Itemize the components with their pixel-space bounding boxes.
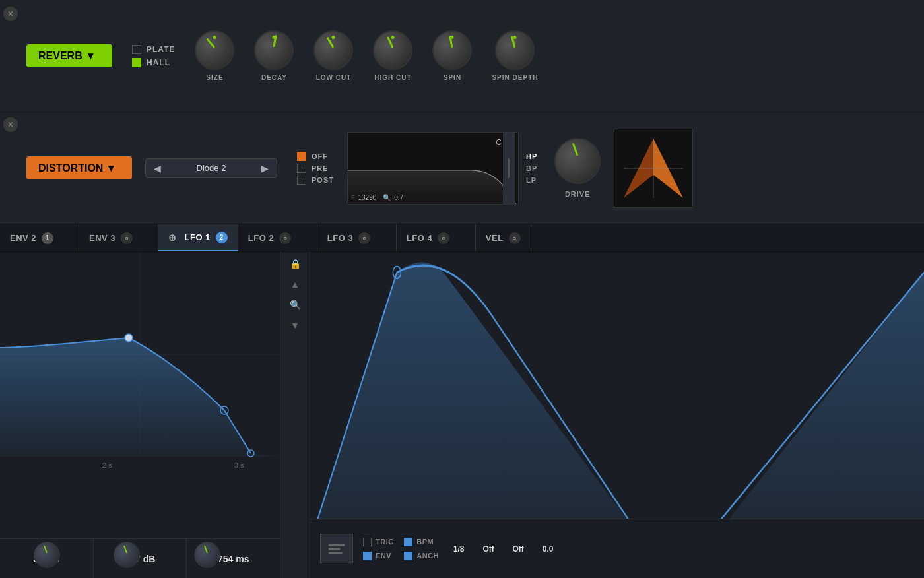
lowcut-knob-dot (332, 36, 335, 39)
svg-point-8 (125, 334, 133, 342)
filter-off-row[interactable]: OFF (297, 152, 334, 161)
reverb-hall-label: HALL (147, 58, 170, 67)
tab-lfo3-number: ○ (358, 232, 370, 244)
tab-env3[interactable]: ENV 3 ○ (79, 224, 158, 251)
spin-knob-group: SPIN (432, 30, 472, 81)
highcut-knob-dot (391, 36, 395, 39)
highcut-knob-group: HIGH CUT (373, 30, 412, 81)
tab-env3-number: ○ (121, 232, 133, 244)
spin-knob[interactable] (432, 30, 472, 70)
lfo-bpm-checkbox[interactable] (404, 538, 412, 546)
lowcut-knob-group: LOW CUT (314, 30, 353, 81)
env-knob-3[interactable] (194, 542, 220, 568)
reverb-plate-label: PLATE (147, 45, 175, 54)
reverb-close-button[interactable]: ✕ (3, 7, 18, 21)
reverb-section: ✕ REVERB ▾ PLATE HALL SIZE DECAY LOW CUT (0, 0, 924, 112)
mod-tabs: ENV 2 1 ENV 3 ○ ⊕ LFO 1 2 LFO 2 ○ LFO 3 … (0, 224, 924, 252)
lfo-trig-label: TRIG (376, 538, 394, 546)
decay-knob[interactable] (254, 30, 294, 70)
lfo-bpm-anch-options: BPM ANCH (404, 538, 439, 560)
drive-knob[interactable] (554, 138, 601, 184)
env-knob-2[interactable] (114, 542, 140, 568)
lfo-trig-option[interactable]: TRIG (363, 538, 394, 546)
filter-freq-value: 13290 (358, 194, 376, 201)
lfo-env-checkbox[interactable] (363, 552, 372, 560)
lfo-env-option[interactable]: ENV (363, 552, 394, 560)
filter-hp-button[interactable]: HP (522, 151, 541, 162)
lfo-preset-button[interactable] (320, 534, 353, 563)
reverb-label-button[interactable]: REVERB ▾ (26, 44, 112, 67)
tab-env2[interactable]: ENV 2 1 (0, 224, 79, 251)
move-icon: ⊕ (168, 232, 177, 243)
drive-knob-label: DRIVE (565, 190, 591, 198)
tab-lfo4[interactable]: LFO 4 ○ (397, 224, 476, 251)
tab-lfo2[interactable]: LFO 2 ○ (238, 224, 317, 251)
filter-post-row[interactable]: POST (297, 176, 334, 185)
filter-type-buttons: HP BP LP (522, 151, 541, 185)
lowcut-knob-label: LOW CUT (316, 74, 352, 81)
highcut-knob[interactable] (373, 30, 412, 70)
tab-lfo4-label: LFO 4 (407, 233, 432, 243)
tab-lfo1[interactable]: ⊕ LFO 1 2 (158, 224, 238, 251)
size-knob-group: SIZE (195, 30, 234, 81)
tab-env2-number: 1 (42, 232, 53, 244)
env-knob-1[interactable] (34, 542, 60, 568)
spindepth-knob[interactable] (495, 30, 535, 70)
lfo-bottom-controls: TRIG ENV BPM ANCH 1/8 Off Off (310, 519, 924, 578)
reverb-hall-radio[interactable] (132, 58, 141, 67)
lfo-anch-checkbox[interactable] (404, 552, 412, 560)
tab-lfo3[interactable]: LFO 3 ○ (317, 224, 397, 251)
spindepth-knob-group: SPIN DEPTH (492, 30, 538, 81)
tab-vel[interactable]: VEL ○ (476, 224, 531, 251)
tab-lfo1-number: 2 (216, 232, 228, 243)
preset-selector[interactable]: ◀ Diode 2 ▶ (145, 158, 277, 178)
lfo-bpm-option[interactable]: BPM (404, 538, 439, 546)
reverb-option-hall[interactable]: HALL (132, 58, 175, 67)
tab-lfo1-label: LFO 1 (185, 232, 211, 242)
filter-pre-checkbox[interactable] (297, 164, 306, 173)
spindepth-knob-dot (513, 36, 517, 39)
size-knob-dot (213, 36, 216, 39)
size-knob[interactable] (195, 30, 234, 70)
lock-icon[interactable]: 🔒 (290, 259, 301, 269)
filter-lp-button[interactable]: LP (522, 175, 541, 185)
lfo-trig-checkbox[interactable] (363, 538, 372, 546)
filter-post-label: POST (312, 176, 334, 184)
lfo-off2-value[interactable]: Off (508, 544, 528, 554)
spin-knob-dot (451, 36, 454, 39)
env-knobs-row (0, 532, 280, 578)
preset-prev-arrow[interactable]: ◀ (154, 163, 161, 174)
filter-handle[interactable] (503, 133, 515, 204)
down-icon[interactable]: ▼ (290, 320, 300, 331)
main-display: 2 s 3 s 🔒 ▲ 🔍 ▼ 2.12 s -7.7 dB 754 ms (0, 252, 924, 578)
svg-rect-20 (329, 552, 343, 554)
filter-pre-row[interactable]: PRE (297, 164, 334, 173)
up-icon[interactable]: ▲ (290, 279, 300, 290)
reverb-label-text: REVERB (38, 50, 82, 62)
size-knob-label: SIZE (206, 74, 223, 81)
spin-knob-label: SPIN (444, 74, 461, 81)
reverb-options: PLATE HALL (132, 45, 175, 67)
distortion-close-button[interactable]: ✕ (3, 117, 18, 132)
decay-knob-label: DECAY (261, 74, 287, 81)
distortion-label-text: DISTORTION (38, 162, 103, 174)
reverb-plate-radio[interactable] (132, 45, 141, 54)
filter-post-checkbox[interactable] (297, 176, 306, 185)
highcut-knob-label: HIGH CUT (374, 74, 411, 81)
lfo-fraction-value[interactable]: 1/8 (449, 544, 469, 554)
lowcut-knob[interactable] (314, 30, 353, 70)
filter-q-value: 0.7 (394, 194, 403, 201)
lfo-anch-option[interactable]: ANCH (404, 552, 439, 560)
reverb-option-plate[interactable]: PLATE (132, 45, 175, 54)
svg-rect-19 (329, 548, 341, 550)
tab-lfo2-label: LFO 2 (248, 233, 274, 243)
lfo-off1-value[interactable]: Off (478, 544, 498, 554)
filter-bp-button[interactable]: BP (522, 163, 541, 174)
search-icon[interactable]: 🔍 (290, 300, 301, 310)
tab-lfo4-number: ○ (438, 232, 449, 244)
distortion-label-button[interactable]: DISTORTION ▾ (26, 156, 132, 179)
preset-next-arrow[interactable]: ▶ (261, 163, 269, 174)
filter-off-checkbox[interactable] (297, 152, 306, 161)
lfo-zero-value[interactable]: 0.0 (538, 544, 558, 554)
tab-lfo3-label: LFO 3 (327, 233, 353, 243)
